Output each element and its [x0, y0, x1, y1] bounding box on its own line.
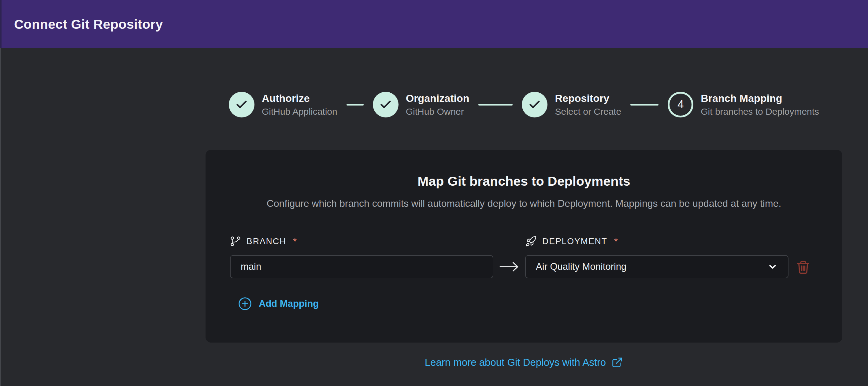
step-branch-mapping[interactable]: 4 Branch Mapping Git branches to Deploym… — [668, 92, 819, 117]
maps-to-arrow-icon — [493, 260, 525, 273]
deployment-label: DEPLOYMENT — [542, 236, 608, 246]
check-icon — [235, 98, 248, 111]
external-link-icon — [611, 357, 623, 368]
step-organization[interactable]: Organization GitHub Owner — [373, 92, 469, 117]
chevron-down-icon — [767, 262, 778, 272]
check-icon — [379, 98, 392, 111]
branch-input[interactable] — [230, 255, 493, 278]
step-subtitle: GitHub Application — [262, 107, 337, 117]
left-edge-header — [0, 0, 2, 48]
add-mapping-label: Add Mapping — [259, 298, 319, 309]
step-repository[interactable]: Repository Select or Create — [522, 92, 621, 117]
required-asterisk: * — [614, 236, 618, 246]
card-subtitle: Configure which branch commits will auto… — [230, 198, 818, 209]
step-title: Repository — [555, 92, 621, 104]
delete-mapping-button[interactable] — [794, 256, 813, 277]
step-title: Authorize — [262, 92, 337, 104]
step-subtitle: GitHub Owner — [406, 107, 469, 117]
step-connector — [478, 104, 513, 106]
mapping-grid: BRANCH * DEPLOYMENT * — [230, 236, 818, 278]
add-mapping-button[interactable]: Add Mapping — [238, 297, 319, 311]
step-title: Organization — [406, 92, 469, 104]
step-number: 4 — [678, 98, 684, 111]
deployment-select[interactable]: Air Quality Monitoring — [525, 255, 788, 278]
deployment-field-label: DEPLOYMENT * — [525, 236, 788, 247]
step-connector — [630, 104, 658, 106]
step-authorize[interactable]: Authorize GitHub Application — [229, 92, 337, 117]
left-edge-body — [0, 48, 1, 386]
step-title: Branch Mapping — [701, 92, 819, 104]
learn-more-link[interactable]: Learn more about Git Deploys with Astro — [206, 357, 842, 368]
check-icon — [528, 98, 541, 111]
step-subtitle: Select or Create — [555, 107, 621, 117]
step-subtitle: Git branches to Deployments — [701, 107, 819, 117]
trash-icon — [795, 258, 811, 275]
wizard-stepper: Authorize GitHub Application Organizatio… — [206, 92, 842, 117]
learn-more-label: Learn more about Git Deploys with Astro — [425, 357, 606, 368]
branch-mapping-card: Map Git branches to Deployments Configur… — [206, 150, 842, 343]
step-complete-circle — [522, 92, 548, 117]
page-title: Connect Git Repository — [14, 17, 163, 32]
card-title: Map Git branches to Deployments — [230, 174, 818, 189]
content-column: Authorize GitHub Application Organizatio… — [206, 92, 842, 368]
step-complete-circle — [373, 92, 399, 117]
step-complete-circle — [229, 92, 254, 117]
branch-label: BRANCH — [247, 236, 286, 246]
dialog-header: Connect Git Repository — [0, 0, 868, 48]
plus-circle-icon — [238, 297, 252, 311]
deployment-select-value: Air Quality Monitoring — [536, 261, 626, 272]
step-number-circle: 4 — [668, 92, 693, 117]
rocket-icon — [525, 236, 537, 247]
branch-field-label: BRANCH * — [230, 236, 493, 247]
git-branch-icon — [230, 236, 241, 247]
required-asterisk: * — [293, 236, 297, 246]
step-connector — [346, 104, 364, 106]
